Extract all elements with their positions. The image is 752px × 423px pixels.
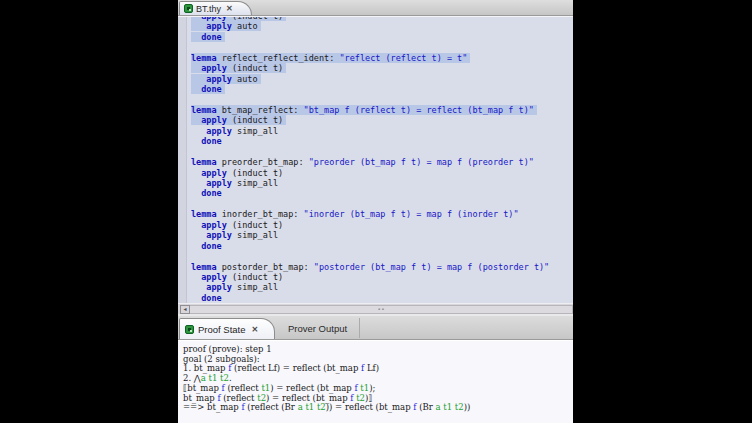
code-line[interactable]: done [191,293,573,303]
prover-output-tab-label: Prover Output [288,323,347,334]
theory-file-icon [184,4,193,13]
code-line[interactable]: lemma bt_map_reflect: "bt_map f (reflect… [191,105,573,115]
isabelle-ide-window: BT.thy ✕ apply (induct t) apply auto don… [178,0,573,423]
screen: BT.thy ✕ apply (induct t) apply auto don… [0,0,752,423]
code-line[interactable]: apply (induct t) [191,220,573,230]
code-line[interactable] [191,199,573,209]
scrollbar-thumb[interactable]: ▪ ▪ [190,305,573,314]
code-line[interactable]: lemma reflect_reflect_ident: "reflect (r… [191,53,573,63]
code-line[interactable]: lemma inorder_bt_map: "inorder (bt_map f… [191,209,573,219]
code-line[interactable]: apply simp_all [191,230,573,240]
proof-state-line: 1. bt_map f (reflect Lf) = reflect (bt_m… [183,364,573,374]
proof-state-line: ==> bt_map f (reflect (Br a t1 t2)) = re… [183,403,573,413]
proof-state-tab-label: Proof State [198,324,246,335]
code-line[interactable]: done [191,32,573,42]
editor-tab-label: BT.thy [196,4,221,14]
code-line[interactable]: done [191,136,573,146]
code-line[interactable]: done [191,188,573,198]
tab-prover-output[interactable]: Prover Output [276,318,360,338]
scroll-left-arrow-icon[interactable]: ◂ [180,305,190,314]
code-line[interactable]: apply auto [191,21,573,31]
code-line[interactable]: done [191,241,573,251]
code-line[interactable] [191,147,573,157]
code-line[interactable] [191,251,573,261]
tab-proof-state[interactable]: Proof State ✕ [179,318,275,339]
code-line[interactable]: done [191,84,573,94]
code-line[interactable]: apply (induct t) [191,272,573,282]
code-line[interactable]: apply (induct t) [191,168,573,178]
close-icon[interactable]: ✕ [226,4,233,13]
code-line[interactable]: lemma postorder_bt_map: "postorder (bt_m… [191,262,573,272]
code-line[interactable]: lemma preorder_bt_map: "preorder (bt_map… [191,157,573,167]
close-icon[interactable]: ✕ [252,325,259,334]
proof-state-output: proof (prove): step 1goal (2 subgoals):1… [178,340,573,423]
code-line[interactable]: apply simp_all [191,126,573,136]
code-line[interactable]: apply simp_all [191,178,573,188]
code-line[interactable]: apply (induct t) [191,115,573,125]
code-line[interactable] [191,95,573,105]
code-editor[interactable]: apply (induct t) apply auto donelemma re… [178,16,573,304]
code-line[interactable]: apply (induct t) [191,63,573,73]
proof-state-icon [185,325,194,334]
editor-gutter [178,17,187,304]
editor-tab-bar: BT.thy ✕ [178,0,573,16]
code-line[interactable]: apply auto [191,74,573,84]
code-line[interactable]: apply simp_all [191,282,573,292]
tab-bt-thy[interactable]: BT.thy ✕ [179,1,252,15]
code-line[interactable] [191,42,573,52]
code-area[interactable]: apply (induct t) apply auto donelemma re… [187,16,573,304]
bottom-panel-tab-bar: Proof State ✕ Prover Output [178,316,573,340]
